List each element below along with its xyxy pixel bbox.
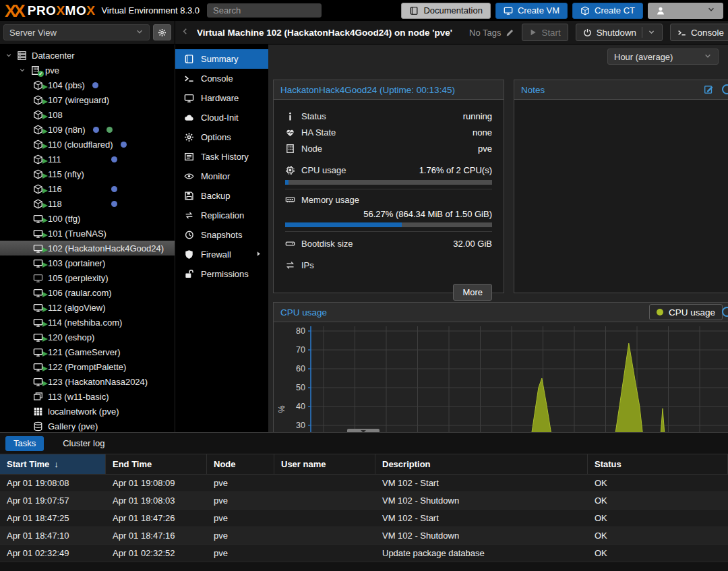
running-badge (42, 336, 48, 342)
vm-run-icon (32, 214, 44, 224)
tree-item-103-portainer[interactable]: 103 (portainer) (0, 256, 175, 270)
page-title: Virtual Machine 102 (HackatonHack4Good24… (197, 28, 452, 38)
edit-notes-pencil-icon[interactable] (704, 84, 714, 94)
tab-cluster-log[interactable]: Cluster log (55, 436, 113, 451)
list-icon (184, 152, 194, 162)
tree-item-pve[interactable]: ✓pve (0, 63, 175, 78)
tags-control[interactable]: No Tags (469, 28, 514, 38)
tree-item-120-eshop[interactable]: 120 (eshop) (0, 330, 175, 344)
user-menu-button[interactable] (648, 3, 723, 19)
nav-item-permissions[interactable]: Permissions (175, 264, 268, 284)
shutdown-button[interactable]: Shutdown (576, 24, 663, 41)
node-icon (285, 144, 301, 154)
search-input[interactable] (207, 3, 322, 18)
nav-item-task-history[interactable]: Task History (175, 147, 268, 167)
tree-item-101-truenas[interactable]: 101 (TrueNAS) (0, 226, 175, 241)
column-header-status[interactable]: Status (588, 454, 728, 474)
documentation-button[interactable]: Documentation (401, 3, 490, 19)
column-header-description[interactable]: Description (375, 454, 588, 474)
nav-item-console[interactable]: Console (175, 69, 268, 88)
nav-item-hardware[interactable]: Hardware (175, 88, 268, 108)
column-header-label: Node (214, 459, 236, 469)
tree-item-113-w11-basic[interactable]: 113 (w11-basic) (0, 389, 175, 404)
column-header-label: Description (382, 459, 431, 469)
chevron-down-icon[interactable] (5, 52, 12, 59)
nav-item-summary[interactable]: Summary (175, 49, 268, 69)
tree-item-105-perplexity[interactable]: 105 (perplexity) (0, 270, 175, 285)
tab-tasks[interactable]: Tasks (5, 436, 44, 451)
table-cell: VM 102 - Shutdown (375, 531, 588, 541)
tree-item-110-cloudflared[interactable]: 110 (cloudflared) (0, 137, 175, 152)
tree-item-114-netshiba-com[interactable]: 114 (netshiba.com) (0, 315, 175, 330)
create-vm-label: Create VM (518, 5, 559, 16)
nav-item-replication[interactable]: Replication (175, 206, 268, 225)
tree-item-label: 105 (perplexity) (48, 273, 109, 283)
chevron-left-icon[interactable] (181, 27, 189, 38)
memory-usage-row: Memory usage (285, 193, 492, 207)
start-button[interactable]: Start (522, 24, 568, 41)
running-badge (42, 233, 48, 238)
tree-item-121-gameserver[interactable]: 121 (GameServer) (0, 344, 175, 359)
tree-item-localnetwork-pve[interactable]: localnetwork (pve) (0, 404, 175, 419)
chevron-down-icon[interactable] (19, 67, 26, 73)
table-cell: Apr 01 19:07:57 (0, 495, 106, 506)
create-vm-button[interactable]: Create VM (495, 3, 568, 19)
tree-item-111[interactable]: 111 (0, 152, 175, 167)
running-badge (42, 84, 48, 90)
column-header-user-name[interactable]: User name (274, 454, 375, 474)
table-row[interactable]: Apr 01 19:07:57Apr 01 19:08:03pveVM 102 … (0, 492, 728, 510)
tree-item-123-hackatonnasa2024[interactable]: 123 (HackatonNasa2024) (0, 374, 175, 389)
grid-icon (32, 407, 44, 417)
table-cell: VM 102 - Start (375, 478, 588, 488)
running-badge (42, 322, 48, 327)
eye-icon (184, 171, 194, 181)
collapse-circle-icon[interactable] (722, 307, 728, 317)
cpu-chart-legend[interactable]: CPU usage (649, 304, 723, 320)
nav-item-monitor[interactable]: Monitor (175, 167, 268, 186)
chevron-down-icon[interactable] (648, 28, 655, 38)
tree-item-122-promptpalette[interactable]: 122 (PromptPalette) (0, 359, 175, 374)
more-details-button[interactable]: More (453, 284, 492, 301)
tree-item-116[interactable]: 116 (0, 181, 175, 196)
column-header-node[interactable]: Node (207, 454, 274, 474)
create-ct-button[interactable]: Create CT (572, 3, 643, 19)
period-selector[interactable]: Hour (average) (607, 49, 719, 65)
nav-item-backup[interactable]: Backup (175, 186, 268, 206)
tree-item-115-nfty[interactable]: 115 (nfty) (0, 167, 175, 181)
tree-item-109-n8n[interactable]: 109 (n8n) (0, 122, 175, 137)
tree-item-104-pbs[interactable]: 104 (pbs) (0, 78, 175, 92)
online-check-badge: ✓ (38, 71, 44, 77)
view-selector[interactable]: Server View (3, 24, 150, 40)
tree-item-102-hackatonhack4good24[interactable]: 102 (HackatonHack4Good24) (0, 241, 175, 256)
top-header-bar: XX PROXMOX Virtual Environment 8.3.0 Doc… (0, 0, 728, 21)
tree-item-112-algoview[interactable]: 112 (algoView) (0, 300, 175, 315)
nav-item-snapshots[interactable]: Snapshots (175, 225, 268, 245)
console-button[interactable]: Console (670, 24, 728, 41)
nav-item-cloud-init[interactable]: Cloud-Init (175, 108, 268, 127)
nav-item-firewall[interactable]: Firewall (175, 245, 268, 264)
notes-panel-body (514, 100, 728, 116)
nav-item-options[interactable]: Options (175, 127, 268, 147)
column-header-end-time[interactable]: End Time (106, 454, 207, 474)
table-row[interactable]: Apr 01 19:08:08Apr 01 19:08:09pveVM 102 … (0, 475, 728, 492)
tree-item-107-wireguard[interactable]: 107 (wireguard) (0, 92, 175, 107)
column-header-start-time[interactable]: Start Time↓ (0, 454, 106, 474)
proxmox-logo: XX PROXMOX (5, 2, 95, 20)
running-badge (42, 129, 48, 134)
table-row[interactable]: Apr 01 02:32:49Apr 01 02:32:52pveUpdate … (0, 545, 728, 562)
tree-item-106-raular-com[interactable]: 106 (raular.com) (0, 285, 175, 300)
tree-item-label: 113 (w11-basic) (48, 392, 109, 402)
tree-item-100-tfg[interactable]: 100 (tfg) (0, 211, 175, 226)
tree-settings-button[interactable] (153, 24, 171, 40)
summary-panel-title: HackatonHack4Good24 (Uptime: 00:13:45) (280, 85, 455, 95)
tree-item-label: localnetwork (pve) (48, 407, 119, 417)
tree-item-118[interactable]: 118 (0, 196, 175, 211)
tree-item-108[interactable]: 108 (0, 107, 175, 122)
collapse-circle-icon[interactable] (722, 84, 728, 94)
tree-item-datacenter[interactable]: Datacenter (0, 48, 175, 63)
tree-item-gallery-pve[interactable]: Gallery (pve) (0, 419, 175, 433)
summary-row-label: HA State (301, 127, 336, 138)
table-row[interactable]: Apr 01 18:47:25Apr 01 18:47:26pveVM 102 … (0, 510, 728, 527)
cube-icon (580, 6, 590, 16)
table-row[interactable]: Apr 01 18:47:10Apr 01 18:47:16pveVM 102 … (0, 527, 728, 545)
